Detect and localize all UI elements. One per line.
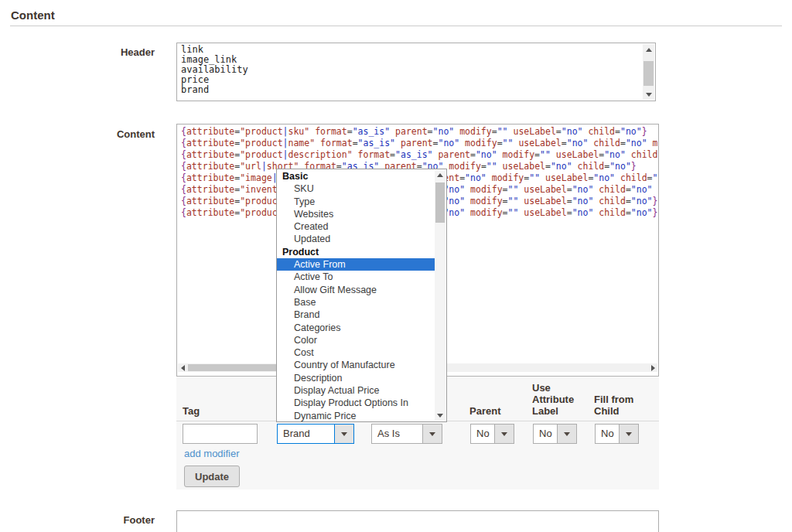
section-divider xyxy=(10,26,782,26)
attribute-dropdown-list: BasicSKUTypeWebsitesCreatedUpdatedProduc… xyxy=(277,170,435,422)
attribute-option[interactable]: Updated xyxy=(277,233,435,245)
scroll-up-icon[interactable] xyxy=(643,44,654,55)
header-scrollbar[interactable] xyxy=(643,44,654,100)
chevron-down-icon[interactable] xyxy=(494,425,514,443)
parent-select[interactable]: No xyxy=(470,424,514,444)
footer-field-label: Footer xyxy=(0,514,155,526)
fill-from-child-select-value: No xyxy=(596,425,619,443)
content-field-label: Content xyxy=(0,128,155,140)
parent-column-label: Parent xyxy=(469,405,500,417)
attribute-option[interactable]: SKU xyxy=(277,182,435,195)
tag-column-label: Tag xyxy=(183,405,200,417)
attribute-group-label: Basic xyxy=(277,170,435,182)
chevron-down-icon[interactable] xyxy=(334,425,353,443)
attribute-option[interactable]: Color xyxy=(277,334,435,346)
chevron-down-icon[interactable] xyxy=(619,425,638,443)
use-attribute-label-select-value: No xyxy=(534,425,557,443)
scrollbar-thumb[interactable] xyxy=(644,61,654,86)
attribute-select-value: Brand xyxy=(278,425,334,443)
attribute-option[interactable]: Type xyxy=(277,196,435,208)
dropdown-scrollbar[interactable] xyxy=(435,170,446,421)
update-button[interactable]: Update xyxy=(184,466,240,487)
page-title: Content xyxy=(11,9,55,22)
use-attribute-label-select[interactable]: No xyxy=(533,424,577,444)
attribute-option[interactable]: Active From xyxy=(277,258,435,271)
attribute-option[interactable]: Display Product Options In xyxy=(277,397,435,409)
header-textarea[interactable]: link image_link availability price brand xyxy=(176,43,656,101)
use-attribute-label-column-label: Use Attribute Label xyxy=(532,382,586,417)
add-modifier-link[interactable]: add modifier xyxy=(184,448,240,459)
scroll-down-icon[interactable] xyxy=(643,89,654,100)
header-field-label: Header xyxy=(0,46,155,58)
attribute-option[interactable]: Display Actual Price xyxy=(277,384,435,397)
format-select-value: As Is xyxy=(372,425,422,443)
attribute-option[interactable]: Created xyxy=(277,220,435,233)
attribute-select[interactable]: Brand xyxy=(277,424,354,444)
attribute-option[interactable]: Description xyxy=(277,372,435,384)
attribute-option[interactable]: Cost xyxy=(277,346,435,359)
attribute-option[interactable]: Brand xyxy=(277,309,435,321)
scroll-up-icon[interactable] xyxy=(435,170,446,180)
scroll-down-icon[interactable] xyxy=(435,411,446,421)
scroll-left-icon[interactable] xyxy=(178,363,187,372)
attribute-option[interactable]: Allow Gift Message xyxy=(277,284,435,296)
parent-select-value: No xyxy=(471,425,494,443)
fill-from-child-column-label: Fill from Child xyxy=(594,394,642,417)
content-section: Content Header link image_link availabil… xyxy=(0,0,792,532)
attribute-group-label: Product xyxy=(277,246,435,258)
footer-textarea[interactable] xyxy=(176,510,659,532)
attribute-option[interactable]: Active To xyxy=(277,271,435,283)
chevron-down-icon[interactable] xyxy=(422,425,442,443)
fill-from-child-select[interactable]: No xyxy=(595,424,639,444)
format-select[interactable]: As Is xyxy=(371,424,442,444)
attribute-option[interactable]: Country of Manufacture xyxy=(277,359,435,371)
attribute-dropdown[interactable]: BasicSKUTypeWebsitesCreatedUpdatedProduc… xyxy=(276,169,447,422)
attribute-option[interactable]: Websites xyxy=(277,208,435,220)
scrollbar-thumb[interactable] xyxy=(435,182,445,223)
scroll-right-icon[interactable] xyxy=(648,363,657,372)
chevron-down-icon[interactable] xyxy=(557,425,576,443)
header-textarea-text: link image_link availability price brand xyxy=(181,45,641,99)
attribute-option[interactable]: Categories xyxy=(277,322,435,334)
attribute-option[interactable]: Dynamic Price xyxy=(277,410,435,422)
tag-input[interactable] xyxy=(183,424,258,444)
attribute-option[interactable]: Base xyxy=(277,296,435,309)
